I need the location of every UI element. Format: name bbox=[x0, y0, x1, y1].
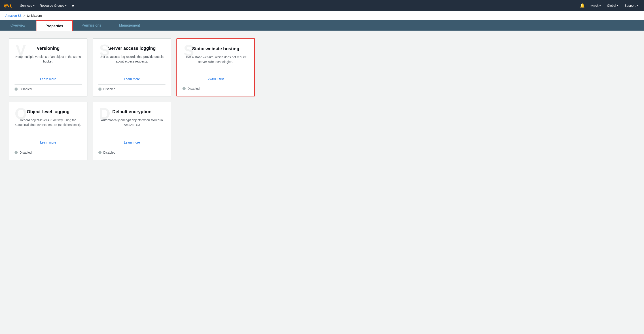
tab-overview-label: Overview bbox=[10, 23, 26, 27]
star-icon: ★ bbox=[72, 4, 75, 7]
breadcrumb: Amazon S3 > tynick.com bbox=[0, 11, 644, 20]
resource-groups-label: Resource Groups bbox=[40, 4, 64, 7]
status-dot-static-website-hosting bbox=[182, 87, 186, 90]
status-dot-versioning bbox=[14, 88, 18, 91]
user-menu[interactable]: tynick ▾ bbox=[588, 0, 604, 11]
tab-properties[interactable]: Properties bbox=[36, 20, 73, 31]
status-label-object-level-logging: Disabled bbox=[20, 151, 32, 154]
resource-groups-chevron-icon: ▾ bbox=[65, 4, 66, 7]
breadcrumb-separator: > bbox=[23, 14, 25, 17]
status-label-default-encryption: Disabled bbox=[103, 151, 116, 154]
region-chevron-icon: ▾ bbox=[617, 4, 618, 7]
card-status-default-encryption: Disabled bbox=[98, 151, 166, 154]
resource-groups-menu[interactable]: Resource Groups ▾ bbox=[37, 0, 69, 11]
card-divider-server-access-logging bbox=[98, 84, 166, 85]
status-dot-object-level-logging bbox=[14, 151, 18, 154]
properties-cards-grid: V Versioning Keep multiple versions of a… bbox=[9, 38, 255, 160]
user-label: tynick bbox=[590, 4, 598, 7]
status-dot-server-access-logging bbox=[98, 88, 102, 91]
tab-permissions-label: Permissions bbox=[82, 23, 101, 27]
card-status-object-level-logging: Disabled bbox=[14, 151, 82, 154]
card-learn-more-versioning[interactable]: Learn more bbox=[14, 77, 82, 81]
card-object-level-logging[interactable]: O Object-level logging Record object-lev… bbox=[9, 102, 88, 160]
card-server-access-logging[interactable]: S Server access logging Set up access lo… bbox=[93, 38, 171, 96]
region-menu[interactable]: Global ▾ bbox=[604, 0, 621, 11]
aws-logo[interactable]: aws bbox=[4, 2, 13, 9]
card-static-website-hosting[interactable]: S Static website hosting Host a static w… bbox=[176, 38, 255, 96]
top-navigation: aws Services ▾ Resource Groups ▾ ★ 🔔 tyn… bbox=[0, 0, 644, 11]
svg-text:aws: aws bbox=[4, 3, 12, 7]
region-label: Global bbox=[607, 4, 616, 7]
tab-management-label: Management bbox=[119, 23, 140, 27]
breadcrumb-current: tynick.com bbox=[27, 14, 42, 17]
card-icon-bg-server-access-logging: S bbox=[96, 41, 114, 59]
card-learn-more-default-encryption[interactable]: Learn more bbox=[98, 141, 166, 144]
nav-right-section: 🔔 tynick ▾ Global ▾ Support ▾ bbox=[578, 0, 640, 11]
card-versioning[interactable]: V Versioning Keep multiple versions of a… bbox=[9, 38, 88, 96]
support-chevron-icon: ▾ bbox=[636, 4, 638, 7]
card-status-server-access-logging: Disabled bbox=[98, 87, 166, 91]
card-divider-default-encryption bbox=[98, 148, 166, 148]
status-label-versioning: Disabled bbox=[20, 87, 32, 91]
support-menu[interactable]: Support ▾ bbox=[622, 0, 640, 11]
status-label-server-access-logging: Disabled bbox=[103, 87, 116, 91]
card-icon-bg-static-website-hosting: S bbox=[180, 42, 198, 60]
card-status-versioning: Disabled bbox=[14, 87, 82, 91]
card-learn-more-object-level-logging[interactable]: Learn more bbox=[14, 141, 82, 144]
support-label: Support bbox=[624, 4, 636, 7]
notifications-bell-icon[interactable]: 🔔 bbox=[578, 3, 587, 8]
bookmarks-button[interactable]: ★ bbox=[69, 0, 77, 11]
breadcrumb-parent-link[interactable]: Amazon S3 bbox=[5, 14, 22, 17]
card-divider-object-level-logging bbox=[14, 148, 82, 148]
card-icon-bg-versioning: V bbox=[12, 41, 30, 59]
card-divider-versioning bbox=[14, 84, 82, 85]
tab-properties-label: Properties bbox=[46, 24, 63, 28]
card-icon-bg-object-level-logging: O bbox=[12, 105, 30, 123]
card-learn-more-server-access-logging[interactable]: Learn more bbox=[98, 77, 166, 81]
tab-management[interactable]: Management bbox=[110, 20, 149, 31]
services-chevron-icon: ▾ bbox=[33, 4, 34, 7]
card-divider-static-website-hosting bbox=[182, 84, 249, 84]
status-dot-default-encryption bbox=[98, 151, 102, 154]
main-content: V Versioning Keep multiple versions of a… bbox=[0, 31, 644, 334]
card-status-static-website-hosting: Disabled bbox=[182, 87, 249, 90]
card-learn-more-static-website-hosting[interactable]: Learn more bbox=[182, 77, 249, 80]
status-label-static-website-hosting: Disabled bbox=[188, 87, 200, 90]
tab-permissions[interactable]: Permissions bbox=[73, 20, 110, 31]
tabs-bar: Overview Properties Permissions Manageme… bbox=[0, 20, 644, 31]
card-default-encryption[interactable]: D Default encryption Automatically encry… bbox=[93, 102, 171, 160]
tab-overview[interactable]: Overview bbox=[0, 20, 36, 31]
services-label: Services bbox=[20, 4, 32, 7]
card-icon-bg-default-encryption: D bbox=[96, 105, 114, 123]
user-chevron-icon: ▾ bbox=[600, 4, 600, 7]
services-menu[interactable]: Services ▾ bbox=[18, 0, 37, 11]
